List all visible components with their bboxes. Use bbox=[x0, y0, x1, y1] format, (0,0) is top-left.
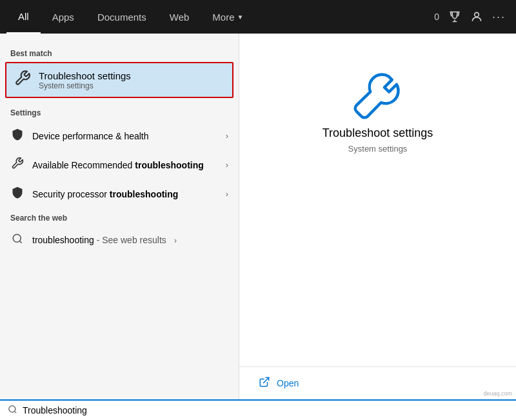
search-bar bbox=[0, 399, 516, 420]
more-options-icon[interactable]: ··· bbox=[492, 10, 506, 24]
svg-point-1 bbox=[13, 234, 21, 242]
tab-web[interactable]: Web bbox=[158, 0, 201, 34]
chevron-right-icon: › bbox=[226, 131, 228, 141]
recommended-item-label: Available Recommended troubleshooting bbox=[32, 160, 218, 170]
watermark: deuaq.com bbox=[483, 390, 512, 397]
open-action[interactable]: Open bbox=[239, 367, 516, 399]
open-label: Open bbox=[277, 378, 299, 388]
chevron-right-icon-3: › bbox=[226, 189, 228, 199]
right-panel: Troubleshoot settings System settings Op… bbox=[239, 34, 516, 399]
device-item-label: Device performance & health bbox=[32, 131, 218, 141]
wrench-small-icon bbox=[14, 70, 31, 90]
search-bar-icon bbox=[8, 405, 17, 417]
settings-item-device[interactable]: Device performance & health › bbox=[0, 121, 239, 150]
chevron-right-icon-2: › bbox=[226, 160, 228, 170]
app-detail-area: Troubleshoot settings System settings bbox=[303, 34, 452, 366]
tab-more[interactable]: More ▼ bbox=[201, 0, 255, 34]
settings-section-label: Settings bbox=[0, 103, 239, 121]
left-panel: Best match Troubleshoot settings System … bbox=[0, 34, 239, 399]
wrench-icon bbox=[10, 157, 25, 173]
best-match-subtitle: System settings bbox=[39, 81, 131, 90]
nav-right-actions: 0 ··· bbox=[434, 10, 516, 24]
svg-point-0 bbox=[475, 12, 479, 17]
best-match-title: Troubleshoot settings bbox=[39, 70, 131, 81]
main-content: Best match Troubleshoot settings System … bbox=[0, 34, 516, 399]
trophy-icon[interactable] bbox=[448, 10, 461, 23]
app-subtitle: System settings bbox=[348, 144, 408, 154]
web-search-item[interactable]: troubleshooting - See web results › bbox=[0, 226, 239, 254]
settings-item-security[interactable]: Security processor troubleshooting › bbox=[0, 179, 239, 208]
top-nav-bar: All Apps Documents Web More ▼ 0 ··· bbox=[0, 0, 516, 34]
user-icon[interactable] bbox=[470, 10, 483, 23]
app-title: Troubleshoot settings bbox=[322, 126, 433, 140]
chevron-right-icon-4: › bbox=[174, 235, 177, 245]
count-badge: 0 bbox=[434, 12, 439, 22]
best-match-item[interactable]: Troubleshoot settings System settings bbox=[5, 62, 233, 98]
tab-all[interactable]: All bbox=[6, 0, 41, 34]
shield-icon bbox=[10, 128, 25, 144]
settings-item-recommended[interactable]: Available Recommended troubleshooting › bbox=[0, 150, 239, 179]
web-item-text: troubleshooting - See web results bbox=[32, 235, 166, 245]
best-match-label: Best match bbox=[0, 44, 239, 62]
open-icon bbox=[259, 376, 270, 390]
svg-line-2 bbox=[264, 377, 269, 383]
web-section-label: Search the web bbox=[0, 208, 239, 226]
shield-icon-2 bbox=[10, 186, 25, 202]
app-icon-large bbox=[349, 66, 407, 126]
tab-apps[interactable]: Apps bbox=[41, 0, 86, 34]
security-item-label: Security processor troubleshooting bbox=[32, 189, 218, 199]
tab-documents[interactable]: Documents bbox=[86, 0, 158, 34]
svg-point-3 bbox=[9, 405, 15, 412]
search-input[interactable] bbox=[23, 405, 508, 415]
search-web-icon bbox=[10, 233, 25, 247]
